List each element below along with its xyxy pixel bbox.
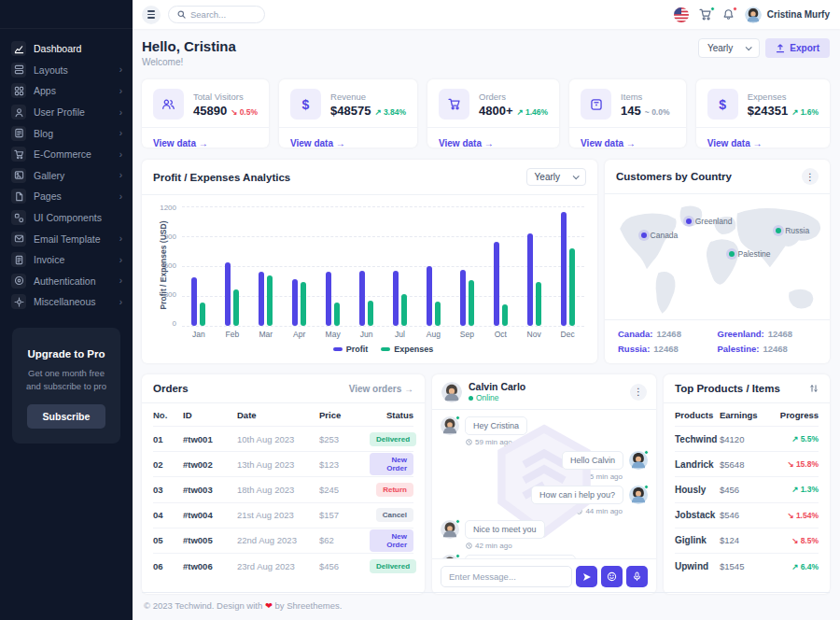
map-marker-palestine: Palestine — [729, 249, 771, 259]
search-box[interactable] — [168, 6, 265, 23]
view-orders-link[interactable]: View orders → — [349, 384, 413, 394]
table-row: 03#tw00318th Aug 2023$245Return — [153, 477, 413, 502]
chat-message: Hope you are doing fine? — [441, 555, 648, 558]
stat-value: $48575 — [330, 104, 371, 118]
dashboard-icon — [11, 41, 26, 56]
online-dot — [644, 485, 649, 489]
view-data-link[interactable]: View data → — [153, 138, 208, 148]
sidebar-nav: Dashboard Layouts Apps User Profile Blog… — [0, 29, 133, 313]
bar-group — [316, 206, 350, 326]
bar-expenses-feb — [233, 289, 239, 326]
chart-groups — [182, 206, 584, 326]
sidebar-item-pages[interactable]: Pages — [0, 186, 133, 207]
online-dot — [455, 416, 460, 420]
bar-expenses-oct — [502, 304, 508, 326]
bar-expenses-nov — [536, 282, 541, 326]
chart-title: Profit / Expenses Analytics — [153, 172, 290, 183]
kebab-menu-icon[interactable]: ⋮ — [802, 168, 819, 185]
sidebar-item-gallery[interactable]: Gallery — [0, 165, 133, 187]
language-flag-icon[interactable] — [674, 7, 689, 22]
bar-expenses-jul — [401, 294, 407, 326]
sidebar-item-label: Dashboard — [34, 43, 81, 54]
components-icon — [11, 210, 26, 225]
bar-group — [416, 206, 450, 326]
mic-button[interactable] — [626, 566, 648, 587]
sidebar-item-label: Gallery — [34, 170, 64, 181]
map-marker-greenland: Greenland — [686, 217, 733, 226]
box-icon — [581, 89, 611, 120]
sidebar-item-apps[interactable]: Apps — [0, 80, 133, 102]
cart-badge — [710, 7, 715, 11]
notification-badge — [733, 7, 737, 11]
status-badge: Delivered — [370, 559, 416, 573]
upgrade-description: Get one month free and subscribe to pro — [23, 367, 109, 394]
sidebar-item-layouts[interactable]: Layouts — [0, 60, 133, 81]
notification-bell-icon[interactable] — [722, 8, 735, 21]
cart-icon[interactable] — [699, 8, 712, 21]
stat-value: $24351 — [748, 104, 788, 118]
table-row: 01#tw00110th Aug 2023$253Delivered — [153, 427, 413, 452]
sidebar: Dashboard Layouts Apps User Profile Blog… — [0, 0, 133, 620]
stat-card-expenses: $ Expenses $243511.6% View data → — [696, 79, 830, 148]
sidebar-item-ecommerce[interactable]: E-Commerce — [0, 144, 133, 165]
x-tick-label: Nov — [517, 330, 551, 339]
stat-card-total-visitors: Total Visitors 458900.5% View data → — [142, 79, 269, 148]
list-item: Landrick$564815.8% — [675, 452, 819, 477]
emoji-button[interactable] — [601, 566, 623, 587]
orders-table: No.IDDatePriceStatus 01#tw00110th Aug 20… — [142, 403, 425, 579]
footer-text: by Shreethemes. — [274, 600, 342, 611]
chart-period-select[interactable]: Yearly — [526, 168, 586, 186]
table-row: 06#tw00623rd Aug 2023$456Delivered — [153, 554, 413, 579]
user-menu[interactable]: Cristina Murfy — [745, 7, 830, 23]
x-tick-label: Apr — [283, 330, 316, 339]
view-data-link[interactable]: View data → — [707, 138, 763, 148]
export-button[interactable]: Export — [765, 38, 830, 58]
list-item: Jobstack$5461.54% — [675, 503, 819, 528]
period-select-value: Yearly — [707, 43, 733, 53]
sidebar-item-label: Blog — [34, 128, 53, 139]
send-button[interactable] — [576, 566, 597, 587]
sidebar-item-label: Apps — [34, 85, 56, 96]
cart-icon — [439, 89, 469, 120]
cart-icon — [11, 147, 26, 162]
sidebar-item-miscellaneous[interactable]: Miscellaneous — [0, 291, 133, 313]
sidebar-item-user-profile[interactable]: User Profile — [0, 102, 133, 123]
x-tick-label: Sep — [450, 330, 483, 339]
list-item: Hously$4561.3% — [675, 477, 819, 502]
stat-trend: 0.0% — [645, 107, 670, 117]
gallery-icon — [11, 168, 26, 183]
kebab-menu-icon[interactable]: ⋮ — [630, 384, 647, 401]
view-data-link[interactable]: View data → — [581, 138, 636, 148]
legend-label: Expenses — [394, 345, 433, 354]
sidebar-item-invoice[interactable]: Invoice — [0, 249, 133, 271]
message-input[interactable] — [441, 566, 572, 587]
sidebar-item-authentication[interactable]: Authentication — [0, 271, 133, 292]
online-dot — [455, 554, 460, 558]
shield-icon — [11, 274, 26, 289]
sidebar-item-ui-components[interactable]: UI Components — [0, 207, 133, 229]
bar-profit-sep — [460, 270, 466, 326]
view-data-link[interactable]: View data → — [439, 138, 494, 148]
sidebar-item-email-template[interactable]: Email Template — [0, 228, 133, 249]
view-data-link[interactable]: View data → — [290, 138, 345, 148]
topbar: Cristina Murfy — [133, 0, 840, 29]
stat-value: 4800+ — [479, 104, 513, 118]
bar-group — [517, 206, 551, 326]
chat-messages: Hey Cristina 59 min ago Hello Calvin 45 … — [432, 410, 656, 558]
legend-chip-expenses — [381, 347, 390, 351]
sidebar-item-dashboard[interactable]: Dashboard — [0, 38, 133, 60]
sidebar-item-label: Miscellaneous — [34, 296, 96, 307]
sidebar-logo-area — [0, 0, 133, 29]
email-icon — [11, 232, 26, 247]
page-icon — [11, 189, 26, 204]
bar-expenses-may — [334, 303, 340, 326]
sort-icon[interactable] — [809, 384, 819, 393]
hamburger-menu-icon[interactable] — [142, 6, 161, 24]
bar-group — [350, 206, 384, 326]
period-select[interactable]: Yearly — [698, 38, 760, 58]
chat-message: Hey Cristina — [441, 416, 648, 435]
heart-icon: ❤ — [265, 600, 273, 611]
sidebar-item-blog[interactable]: Blog — [0, 122, 133, 144]
search-input[interactable] — [190, 9, 256, 20]
subscribe-button[interactable]: Subscribe — [27, 404, 106, 429]
